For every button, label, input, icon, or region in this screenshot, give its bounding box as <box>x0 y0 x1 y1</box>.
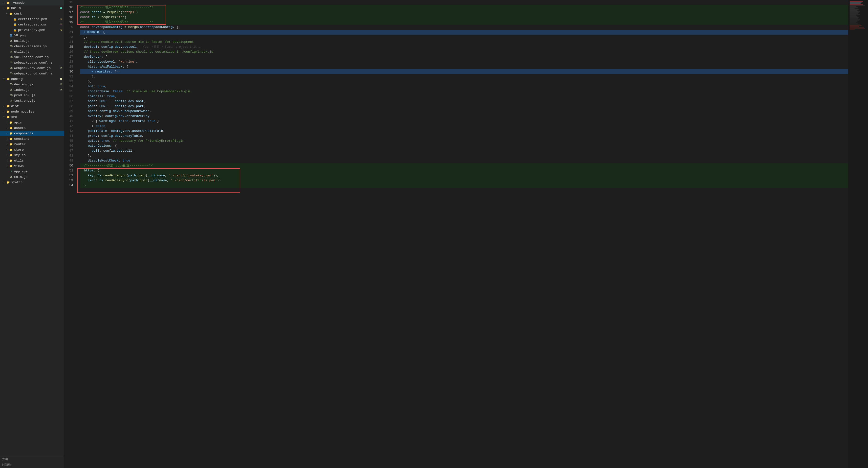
png-icon: 🖼 <box>9 33 13 37</box>
sidebar-item-vscode[interactable]: 📁 .vscode <box>0 0 64 5</box>
static-chevron <box>2 180 6 184</box>
sidebar-item-build[interactable]: 📁 build <box>0 5 64 11</box>
sidebar-item-webpack-prod[interactable]: JS webpack.prod.conf.js <box>0 71 64 76</box>
ln-16: 16 <box>64 5 75 10</box>
sidebar-item-constant[interactable]: 📁 constant <box>0 136 64 142</box>
ln-17: 17 <box>64 10 75 15</box>
assets-label: assets <box>14 126 26 130</box>
build-label: build <box>11 6 21 10</box>
ln-51: 51 <box>64 168 75 173</box>
privatekey-icon: 🔒 <box>13 28 17 32</box>
sidebar-item-static[interactable]: 📁 static <box>0 180 64 185</box>
build-icon: 📁 <box>6 6 10 10</box>
cert-icon: 📁 <box>9 11 13 16</box>
sidebar-item-index-js[interactable]: JS index.js M <box>0 87 64 92</box>
ln-30: 30 <box>64 69 75 74</box>
git-blame-25: You, 4周前 • feat: project init … <box>143 45 200 50</box>
code-line-41: ? { warnings: false, errors: true } <box>80 119 848 124</box>
config-label: config <box>11 77 23 81</box>
sidebar-item-test-env[interactable]: JS test.env.js <box>0 98 64 104</box>
sidebar-item-privatekey[interactable]: 🔒 privatekey.pem U <box>0 27 64 33</box>
ln-49: 49 <box>64 158 75 163</box>
sidebar-item-cert[interactable]: 📁 cert <box>0 11 64 16</box>
build-dot <box>60 7 62 9</box>
ln-43: 43 <box>64 128 75 134</box>
sidebar-item-utils[interactable]: JS utils.js <box>0 49 64 54</box>
ln-52: 52 <box>64 173 75 178</box>
png-label: 58.png <box>14 34 26 37</box>
webpack-dev-icon: JS <box>9 66 13 70</box>
sidebar-item-src[interactable]: 📁 src <box>0 114 64 120</box>
code-line-49: disableHostCheck: true, <box>80 158 848 163</box>
code-line-18: const fs = require('fs') <box>80 15 848 20</box>
sidebar-item-dev-env[interactable]: JS dev.env.js M <box>0 82 64 87</box>
sidebar-item-config[interactable]: 📁 config <box>0 76 64 82</box>
sidebar-item-check-versions[interactable]: JS check-versions.js <box>0 43 64 49</box>
prod-env-icon: JS <box>9 93 13 97</box>
certrequest-label: certrequest.csr <box>18 23 47 26</box>
ln-35: 35 <box>64 89 75 94</box>
static-label: static <box>11 181 23 184</box>
ln-47: 47 <box>64 148 75 153</box>
test-env-label: test.env.js <box>14 99 35 103</box>
sidebar-item-styles[interactable]: 📁 styles <box>0 152 64 158</box>
ln-44: 44 <box>64 134 75 139</box>
styles-icon: 📁 <box>9 153 13 157</box>
ln-46: 46 <box>64 143 75 148</box>
code-line-35: contentBase: false, // since we use Copy… <box>80 89 848 94</box>
minimap-content <box>848 0 868 31</box>
buildjs-icon: JS <box>9 39 13 43</box>
sidebar-item-assets[interactable]: 📁 assets <box>0 125 64 130</box>
sidebar-item-components[interactable]: 📁 components <box>0 130 64 136</box>
outline-section: 大纲 <box>0 456 64 462</box>
sidebar-item-apis[interactable]: 📁 apis <box>0 120 64 125</box>
prod-env-label: prod.env.js <box>14 93 35 97</box>
components-icon: 📁 <box>9 131 13 135</box>
sidebar-item-appvue[interactable]: ▽ App.vue <box>0 169 64 174</box>
sidebar-item-certrequest[interactable]: 🔒 certrequest.csr U <box>0 22 64 27</box>
sidebar-item-node-modules[interactable]: 📁 node_modules <box>0 109 64 114</box>
ln-54: 54 <box>64 183 75 188</box>
sidebar-item-prod-env[interactable]: JS prod.env.js <box>0 92 64 98</box>
ln-29: 29 <box>64 64 75 69</box>
sidebar-item-views[interactable]: 📁 views <box>0 163 64 169</box>
webpack-base-label: webpack.base.conf.js <box>14 61 53 64</box>
sidebar-item-dist[interactable]: 📁 dist <box>0 104 64 109</box>
code-line-32: ], <box>80 74 848 79</box>
sidebar-item-vue-loader[interactable]: JS vue-loader.conf.js <box>0 54 64 60</box>
sidebar-item-cert-pem[interactable]: 🔒 certificate.pem U <box>0 16 64 22</box>
ln-32: 32 <box>64 74 75 79</box>
code-line-50: /*----------添加https配置----------*/ <box>80 163 848 168</box>
sidebar-item-utils[interactable]: 📁 utils <box>0 158 64 163</box>
sidebar-item-store[interactable]: 📁 store <box>0 147 64 152</box>
styles-label: styles <box>14 153 26 157</box>
privatekey-badge: U <box>60 28 62 31</box>
mainjs-label: main.js <box>14 175 28 179</box>
sidebar-item-buildjs[interactable]: JS build.js <box>0 38 64 43</box>
dist-label: dist <box>11 105 19 108</box>
ln-53: 53 <box>64 178 75 183</box>
code-line-47: poll: config.dev.poll, <box>80 148 848 153</box>
ln-21: 21 <box>64 30 75 35</box>
vue-loader-label: vue-loader.conf.js <box>14 55 49 59</box>
sidebar-item-router[interactable]: 📁 router <box>0 142 64 147</box>
sidebar-item-58png[interactable]: 🖼 58.png <box>0 33 64 38</box>
code-line-38: port: PORT || config.dev.port, <box>80 104 848 109</box>
ln-45: 45 <box>64 139 75 143</box>
code-line-43: publicPath: config.dev.assetsPublicPath, <box>80 128 848 134</box>
vscode-label: .vscode <box>11 1 25 5</box>
assets-icon: 📁 <box>9 126 13 130</box>
sidebar-item-webpack-dev[interactable]: JS webpack.dev.conf.js M <box>0 65 64 71</box>
code-line-30: ▶rewrites: [·· <box>80 69 848 74</box>
webpack-base-icon: JS <box>9 61 13 64</box>
node-modules-chevron <box>2 110 6 114</box>
store-label: store <box>14 148 24 152</box>
code-line-15 <box>80 0 848 5</box>
dev-env-label: dev.env.js <box>14 83 33 86</box>
code-line-25: devtool: config.dev.devtool, You, 4周前 • … <box>80 45 848 50</box>
apis-icon: 📁 <box>9 120 13 124</box>
ln-41: 41 <box>64 119 75 124</box>
code-line-23: }, <box>80 35 848 39</box>
sidebar-item-mainjs[interactable]: JS main.js <box>0 174 64 180</box>
sidebar-item-webpack-base[interactable]: JS webpack.base.conf.js <box>0 60 64 65</box>
